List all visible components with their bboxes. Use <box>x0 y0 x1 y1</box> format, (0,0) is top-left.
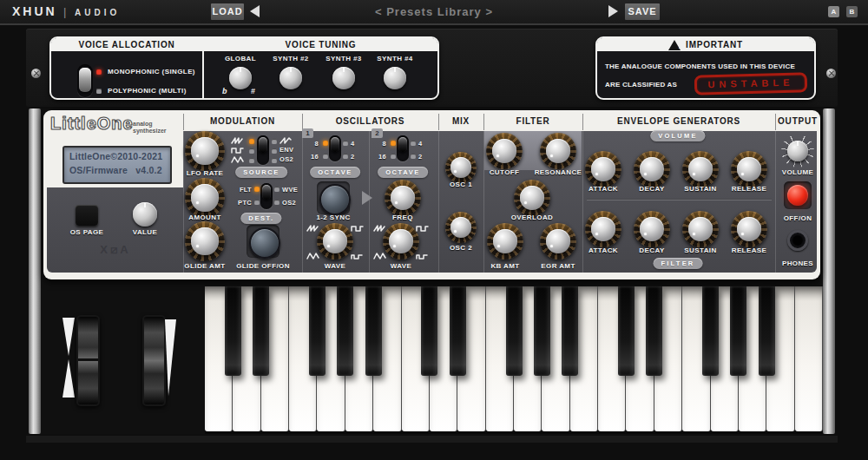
mix-osc1-label: OSC 1 <box>450 181 472 188</box>
dest-ptc-label: PTC <box>233 199 252 207</box>
vol-attack-label: ATTACK <box>589 185 618 193</box>
osc1-wave-knob[interactable] <box>317 223 353 260</box>
panel-divider <box>202 38 204 98</box>
sync-button[interactable] <box>319 184 351 215</box>
phones-jack[interactable] <box>787 230 808 251</box>
polyphonic-option[interactable]: POLYPHONIC (MULTI) <box>108 87 187 95</box>
glide-on-off-label: GLIDE OFF/ON <box>236 262 290 270</box>
important-panel: ! IMPORTANT THE ANALOGUE COMPONENTS USED… <box>595 36 816 100</box>
black-key[interactable] <box>421 286 437 376</box>
osc1-octave-8: 8 <box>308 140 319 148</box>
black-key[interactable] <box>759 286 775 376</box>
slot-b-button[interactable]: B <box>846 6 858 17</box>
black-key[interactable] <box>534 286 550 376</box>
synth4-tune-knob[interactable] <box>384 67 406 89</box>
power-label: OFF/ON <box>784 214 812 222</box>
tagline-analog: analog <box>133 121 153 127</box>
important-header: ! IMPORTANT <box>597 38 814 51</box>
save-button[interactable]: SAVE <box>625 3 660 20</box>
osc1-octave-2-led <box>343 154 348 159</box>
dest-switch[interactable] <box>262 185 271 200</box>
black-key[interactable] <box>337 286 353 376</box>
dest-led-flt <box>254 187 260 192</box>
flt-sustain-knob[interactable] <box>682 211 719 247</box>
source-led-3 <box>249 158 254 163</box>
black-key[interactable] <box>702 286 719 376</box>
vol-attack-knob[interactable] <box>585 151 621 187</box>
glide-amt-knob[interactable] <box>185 221 225 261</box>
synth3-tune-knob[interactable] <box>332 67 355 89</box>
source-switch[interactable] <box>259 137 267 153</box>
vol-release-knob[interactable] <box>731 151 767 187</box>
dest-led-os2 <box>274 200 279 205</box>
osc2-freq-knob[interactable] <box>385 180 421 216</box>
amount-knob[interactable] <box>185 178 225 218</box>
flt-release-knob[interactable] <box>731 211 767 247</box>
osc2-octave-badge: OCTAVE <box>378 167 428 178</box>
pitch-indicator-icon <box>62 318 76 401</box>
voice-mode-switch[interactable] <box>79 68 91 92</box>
envelope-divider <box>587 199 772 200</box>
egr-amt-knob[interactable] <box>540 223 576 260</box>
lcd-display: LittleOne©2010-2021 OS/Firmware v4.0.2 <box>62 146 172 184</box>
osc1-octave-switch[interactable] <box>331 137 339 152</box>
sharp-label: # <box>251 87 255 95</box>
power-button[interactable] <box>787 185 808 206</box>
glide-on-off-button[interactable] <box>249 227 280 259</box>
black-key[interactable] <box>225 286 241 376</box>
dest-os2-label: OS2 <box>282 199 296 207</box>
preset-display[interactable]: < Presets Library > <box>0 5 868 18</box>
amount-label: AMOUNT <box>188 214 221 221</box>
osc2-wave-label: WAVE <box>391 262 412 270</box>
kb-amt-knob[interactable] <box>487 223 523 260</box>
cutoff-label: CUTOFF <box>490 168 520 176</box>
osc1-tag: 1 <box>302 128 313 138</box>
freq-label: FREQ <box>392 214 413 221</box>
flt-attack-knob[interactable] <box>585 211 621 247</box>
flat-label: b <box>222 87 227 95</box>
os-page-button[interactable] <box>76 205 98 226</box>
synth2-tune-knob[interactable] <box>279 67 302 89</box>
os-page-label: OS PAGE <box>70 228 104 236</box>
white-key[interactable] <box>795 286 823 431</box>
cutoff-knob[interactable] <box>486 133 523 169</box>
sync-label: 1-2 SYNC <box>316 214 350 221</box>
black-key[interactable] <box>646 286 662 376</box>
osc2-wave-knob[interactable] <box>383 223 419 260</box>
next-preset-icon[interactable] <box>608 5 618 17</box>
slot-a-button[interactable]: A <box>828 6 839 17</box>
osc2-octave-switch[interactable] <box>398 137 407 152</box>
mix-osc1-knob[interactable] <box>445 152 477 183</box>
section-modulation: MODULATION <box>183 116 302 126</box>
lfo-rate-knob[interactable] <box>185 131 225 171</box>
littleone-logo: LittleOne <box>50 114 134 134</box>
vol-decay-knob[interactable] <box>634 151 670 187</box>
value-knob[interactable] <box>133 202 157 227</box>
osc2-octave-4: 4 <box>418 140 422 148</box>
title-bar: XHUN | AUDIO LOAD < Presets Library > SA… <box>0 0 868 25</box>
monophonic-option[interactable]: MONOPHONIC (SINGLE) <box>108 68 195 76</box>
black-key[interactable] <box>309 286 326 376</box>
voice-tuning-title: VOICE TUNING <box>204 38 437 51</box>
vol-sustain-knob[interactable] <box>682 151 719 187</box>
output-volume-knob[interactable] <box>787 141 808 161</box>
saw-wave-icon <box>373 224 386 233</box>
mod-wheel[interactable] <box>142 315 166 406</box>
glide-amt-label: GLIDE AMT <box>184 262 225 270</box>
resonance-knob[interactable] <box>540 133 576 169</box>
overload-knob[interactable] <box>514 180 550 216</box>
black-key[interactable] <box>618 286 635 376</box>
flt-decay-knob[interactable] <box>634 211 670 247</box>
black-key[interactable] <box>506 286 523 376</box>
tagline-synthesizer: synthesizer <box>133 128 167 134</box>
global-tune-knob[interactable] <box>229 67 252 89</box>
osc2-octave-2-led <box>411 154 416 159</box>
mix-osc2-knob[interactable] <box>445 212 477 243</box>
black-key[interactable] <box>562 286 578 376</box>
black-key[interactable] <box>253 286 269 376</box>
osc1-octave-2: 2 <box>351 153 354 161</box>
black-key[interactable] <box>730 286 746 376</box>
black-key[interactable] <box>365 286 382 376</box>
black-key[interactable] <box>450 286 466 376</box>
pitch-wheel[interactable] <box>76 315 100 406</box>
